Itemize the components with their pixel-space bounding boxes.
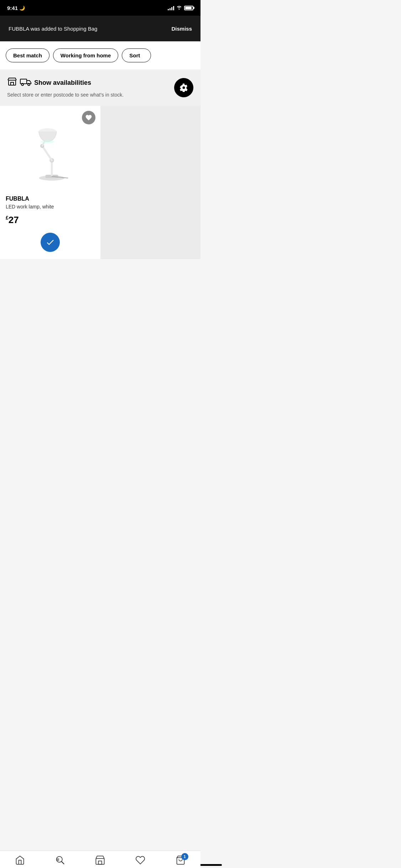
availability-description: Select store or enter postcode to see wh… [7,92,168,99]
filter-chip-more-label: Sort [129,52,140,58]
lamp-illustration [25,119,75,183]
notification-bar: FUBBLA was added to Shopping Bag Dismiss [0,16,200,41]
availability-section: Show availabilities Select store or ente… [0,69,200,106]
status-bar: 9:41 🌙 [0,0,200,16]
filter-section: Best match Working from home Sort [0,41,200,69]
svg-rect-2 [20,79,27,84]
svg-rect-1 [11,82,14,85]
moon-icon: 🌙 [19,5,25,11]
wifi-icon [176,5,182,11]
svg-point-3 [21,83,24,86]
filter-chip-working-from-home[interactable]: Working from home [53,48,118,62]
store-icon [7,77,17,89]
svg-point-4 [28,83,30,86]
product-name: FUBBLA [6,196,95,202]
product-card-fubbla: FUBBLA LED work lamp, white £27 [0,106,100,259]
availability-icons: Show availabilities [7,77,168,89]
price-value: 27 [9,215,19,225]
dismiss-button[interactable]: Dismiss [171,26,192,32]
signal-icon [168,5,174,10]
delivery-icon [20,77,31,88]
wishlist-button[interactable] [82,111,95,124]
battery-icon [184,6,193,10]
currency-symbol: £ [6,215,9,221]
availability-settings-button[interactable] [174,78,193,97]
time-display: 9:41 [7,5,18,11]
filter-chip-more[interactable]: Sort [122,48,151,62]
svg-point-13 [41,140,54,143]
product-image [6,112,95,190]
availability-title: Show availabilities [34,79,91,87]
svg-rect-7 [51,160,53,176]
product-card-empty [100,106,201,259]
availability-info: Show availabilities Select store or ente… [7,77,168,99]
product-grid: FUBBLA LED work lamp, white £27 [0,106,200,259]
status-icons [168,5,193,11]
notification-text: FUBBLA was added to Shopping Bag [9,26,166,32]
add-to-bag-button[interactable] [41,233,60,252]
product-description: LED work lamp, white [6,203,95,211]
svg-line-9 [42,146,52,160]
product-price: £27 [6,215,95,226]
status-time: 9:41 🌙 [7,5,25,11]
filter-chip-best-match[interactable]: Best match [6,48,50,62]
